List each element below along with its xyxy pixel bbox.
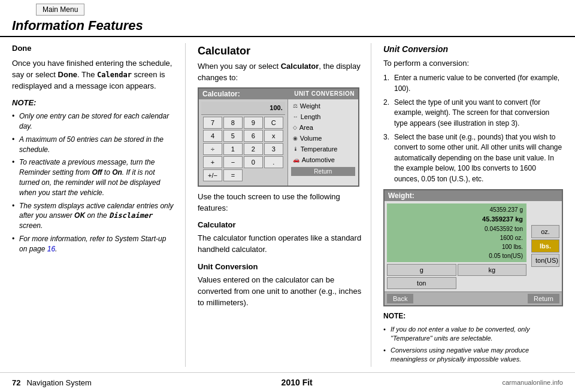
unit-temp-label: Temperature: [301, 145, 338, 153]
unit-item-weight[interactable]: ⚖ Weight: [291, 101, 355, 111]
calc-btn-x[interactable]: x: [264, 130, 283, 142]
weight-nav-bar: Back Return: [385, 291, 562, 305]
weight-val-tonus: 0.05 ton(US): [391, 251, 523, 260]
unit-conv-intro: To perform a conversion:: [383, 58, 563, 69]
nav-system-label: Navigation System: [26, 378, 91, 387]
calc-btn-6[interactable]: 6: [244, 130, 263, 142]
calc-title-label: Calculator:: [202, 90, 240, 98]
weight-panel: Weight: 45359.237 g 45.359237 kg 0.04535…: [383, 189, 563, 306]
calc-btn-4[interactable]: 4: [203, 130, 222, 142]
page-title: Information Features: [12, 18, 143, 33]
right-note-2: Conversions using negative value may pro…: [383, 346, 563, 364]
note-item: The system displays active calendar entr…: [12, 201, 176, 231]
right-note-label: NOTE:: [383, 311, 563, 321]
unit-auto-label: Automotive: [302, 156, 335, 163]
weight-right: oz. lbs. ton(US): [529, 201, 562, 291]
following-text: Use the touch screen to use the followin…: [198, 192, 362, 214]
temp-icon: 🌡: [293, 146, 298, 152]
weight-btn-kg[interactable]: kg: [458, 264, 527, 276]
calc-btn-7[interactable]: 7: [203, 117, 222, 129]
unit-conv-panel-title: UNIT CONVERSION: [294, 90, 355, 97]
note-item: A maximum of 50 entries can be stored in…: [12, 135, 176, 155]
right-notes-list: If you do not enter a value to be conver…: [383, 325, 563, 364]
calc-btn-1[interactable]: 1: [223, 143, 243, 155]
calc-btn-divide[interactable]: ÷: [203, 143, 222, 155]
weight-btn-oz[interactable]: oz.: [531, 225, 559, 238]
weight-unit-buttons: g kg ton: [387, 264, 526, 289]
weight-val-g: 45359.237 g: [391, 205, 523, 214]
unit-return-button[interactable]: Return: [291, 167, 355, 176]
right-column: Unit Conversion To perform a conversion:…: [383, 43, 563, 367]
calc-btn-8[interactable]: 8: [223, 117, 243, 129]
unit-item-length[interactable]: ↔ Length: [291, 112, 355, 121]
calc-title-bar: Calculator: UNIT CONVERSION: [199, 89, 358, 99]
note-label: NOTE:: [12, 98, 176, 109]
unit-item-temperature[interactable]: 🌡 Temperature: [291, 144, 355, 154]
unit-weight-label: Weight: [300, 102, 320, 110]
calc-buttons-grid: 7 8 9 C 4 5 6 x ÷ 1 2 3 + −: [201, 115, 285, 183]
footer-right-text: carmanualonline.info: [502, 379, 563, 386]
calculator-intro: When you say or select Calculator, the d…: [198, 61, 362, 84]
calc-btn-dot[interactable]: .: [264, 156, 283, 168]
unit-length-label: Length: [301, 113, 321, 120]
unit-conv-heading: Unit Conversion: [383, 43, 563, 55]
length-icon: ↔: [293, 114, 298, 120]
calc-btn-9[interactable]: 9: [244, 117, 263, 129]
calc-btn-0[interactable]: 0: [244, 156, 263, 168]
weight-val-kg: 45.359237 kg: [391, 214, 523, 224]
page-footer: 72 Navigation System 2010 Fit carmanualo…: [0, 372, 575, 392]
weight-btn-lbs[interactable]: lbs.: [531, 239, 559, 253]
weight-icon: ⚖: [293, 103, 298, 109]
step-2: Select the type of unit you want to conv…: [383, 98, 563, 129]
calc-sub-heading: Calculator: [198, 220, 362, 231]
left-column: Done Once you have finished entering the…: [12, 43, 186, 367]
calc-btn-2[interactable]: 2: [244, 143, 263, 155]
footer-center: 2010 Fit: [282, 378, 313, 387]
unit-conversion-panel: ⚖ Weight ↔ Length ◇ Area ◉ Volume: [288, 99, 358, 186]
note-item: For more information, refer to System St…: [12, 234, 176, 254]
volume-icon: ◉: [293, 135, 298, 141]
calc-btn-c[interactable]: C: [264, 117, 283, 129]
weight-back-button[interactable]: Back: [387, 294, 413, 303]
calc-buttons-area: 100. 7 8 9 C 4 5 6 x ÷ 1 2 3: [199, 99, 288, 186]
page-title-section: Information Features: [0, 16, 575, 37]
footer-left: 72 Navigation System: [12, 378, 92, 387]
weight-left: 45359.237 g 45.359237 kg 0.0453592 ton 1…: [385, 201, 529, 291]
notes-list: Only one entry can be stored for each ca…: [12, 111, 176, 254]
weight-btn-tonus[interactable]: ton(US): [531, 254, 559, 267]
right-column-note: NOTE: If you do not enter a value to be …: [383, 311, 563, 364]
note-item: Only one entry can be stored for each ca…: [12, 111, 176, 132]
calc-btn-5[interactable]: 5: [223, 130, 243, 142]
calc-btn-plus[interactable]: +: [203, 156, 222, 168]
calculator-heading: Calculator: [198, 43, 362, 59]
weight-return-button[interactable]: Return: [528, 294, 559, 303]
calc-body: 100. 7 8 9 C 4 5 6 x ÷ 1 2 3: [199, 99, 358, 186]
auto-icon: 🚗: [293, 157, 299, 163]
calc-btn-plusminus[interactable]: +/−: [203, 169, 222, 181]
step-1: Enter a numeric value to be converted (f…: [383, 73, 563, 94]
calc-btn-3[interactable]: 3: [264, 143, 283, 155]
weight-btn-g[interactable]: g: [387, 264, 456, 276]
unit-item-volume[interactable]: ◉ Volume: [291, 133, 355, 143]
calc-btn-equals[interactable]: =: [223, 169, 243, 181]
steps-list: Enter a numeric value to be converted (f…: [383, 73, 563, 184]
calc-sub-text: The calculator function operates like a …: [198, 233, 362, 256]
weight-val-lbs: 100 lbs.: [391, 242, 523, 251]
weight-panel-title: Weight:: [385, 190, 562, 201]
weight-val-oz: 1600 oz.: [391, 233, 523, 242]
main-menu-label: Main Menu: [43, 5, 78, 14]
footer-center-text: 2010 Fit: [282, 378, 313, 387]
footer-right: carmanualonline.info: [502, 379, 563, 386]
area-icon: ◇: [293, 124, 297, 130]
unit-item-automotive[interactable]: 🚗 Automotive: [291, 155, 355, 165]
page-number: 72: [12, 378, 20, 387]
done-text: Once you have finished entering the sche…: [12, 58, 176, 92]
calculator-screen: Calculator: UNIT CONVERSION 100. 7 8 9 C…: [198, 87, 359, 187]
calc-btn-minus[interactable]: −: [223, 156, 243, 168]
calc-display: 100.: [201, 102, 285, 115]
unit-item-area[interactable]: ◇ Area: [291, 123, 355, 132]
weight-btn-ton[interactable]: ton: [387, 277, 456, 289]
step-3: Select the base unit (e.g., pounds) that…: [383, 132, 563, 184]
unit-conv-sub-text: Values entered on the calculator can be …: [198, 275, 362, 309]
top-menu-bar[interactable]: Main Menu: [36, 4, 84, 16]
